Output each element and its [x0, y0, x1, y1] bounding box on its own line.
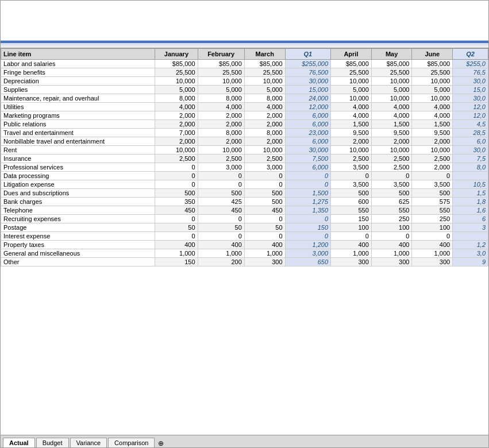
- row-cell: 6,000: [285, 163, 331, 172]
- row-cell: 2,000: [371, 137, 412, 146]
- row-cell: 2,000: [155, 120, 198, 129]
- row-cell: 10,5: [453, 180, 488, 189]
- row-cell: 25,500: [198, 68, 244, 77]
- row-cell: 30,0: [453, 146, 488, 155]
- row-cell: 3,500: [412, 180, 453, 189]
- row-cell: 3,000: [285, 249, 331, 258]
- table-row: Other1502003006503003003009: [1, 258, 488, 267]
- row-cell: 6,000: [285, 120, 331, 129]
- row-cell: 9,500: [331, 129, 372, 137]
- row-cell: 10,000: [331, 77, 372, 86]
- row-cell: 6,000: [285, 111, 331, 120]
- row-cell: 10,000: [331, 146, 372, 155]
- row-cell: 250: [371, 215, 412, 223]
- row-cell: 0: [285, 232, 331, 241]
- row-cell: 0: [412, 232, 453, 241]
- table-row: Supplies5,0005,0005,00015,0005,0005,0005…: [1, 86, 488, 94]
- row-cell: 1,500: [371, 120, 412, 129]
- row-cell: 2,500: [244, 155, 285, 163]
- header-area: [1, 1, 488, 41]
- row-cell: 5,000: [331, 86, 372, 94]
- row-cell: 0: [285, 180, 331, 189]
- row-cell: 100: [371, 223, 412, 232]
- row-cell: 50: [155, 223, 198, 232]
- table-wrapper: Line item January February March Q1 Apri…: [1, 48, 488, 435]
- row-cell: 7,5: [453, 155, 488, 163]
- col-april: April: [331, 49, 372, 60]
- table-row: Insurance2,5002,5002,5007,5002,5002,5002…: [1, 155, 488, 163]
- row-cell: 0: [371, 232, 412, 241]
- table-row: Utilities4,0004,0004,00012,0004,0004,000…: [1, 103, 488, 111]
- row-cell: 4,000: [412, 111, 453, 120]
- row-cell: 1,275: [285, 198, 331, 206]
- row-cell: 0: [244, 180, 285, 189]
- row-label: Maintenance, repair, and overhaul: [1, 94, 155, 103]
- table-row: Rent10,00010,00010,00030,00010,00010,000…: [1, 146, 488, 155]
- col-lineitem: Line item: [1, 49, 155, 60]
- col-february: February: [198, 49, 244, 60]
- row-cell: 3,500: [331, 180, 372, 189]
- row-label: Telephone: [1, 206, 155, 215]
- row-cell: 10,000: [155, 146, 198, 155]
- row-cell: 24,000: [285, 94, 331, 103]
- row-label: Depreciation: [1, 77, 155, 86]
- tab-budget[interactable]: Budget: [36, 438, 69, 447]
- row-cell: 25,500: [331, 68, 372, 77]
- row-cell: 400: [244, 241, 285, 249]
- row-cell: 1,000: [155, 249, 198, 258]
- col-june: June: [412, 49, 453, 60]
- row-cell: 10,000: [331, 94, 372, 103]
- row-label: Data processing: [1, 172, 155, 180]
- row-cell: 400: [331, 241, 372, 249]
- tab-variance[interactable]: Variance: [70, 438, 107, 447]
- row-cell: 3,500: [331, 163, 372, 172]
- table-row: Labor and salaries$85,000$85,000$85,000$…: [1, 60, 488, 68]
- row-cell: 1,6: [453, 206, 488, 215]
- tab-comparison[interactable]: Comparison: [108, 438, 155, 447]
- row-cell: 15,000: [285, 86, 331, 94]
- tab-add-icon[interactable]: ⊕: [158, 439, 164, 447]
- row-cell: 0: [155, 163, 198, 172]
- row-cell: 250: [412, 215, 453, 223]
- row-label: Travel and entertainment: [1, 129, 155, 137]
- row-cell: $85,000: [331, 60, 372, 68]
- row-cell: 2,500: [412, 155, 453, 163]
- legend-formula: [1, 45, 488, 48]
- table-row: Property taxes4004004001,2004004004001,2: [1, 241, 488, 249]
- row-cell: 5,000: [198, 86, 244, 94]
- row-cell: 300: [371, 258, 412, 267]
- row-cell: 25,500: [155, 68, 198, 77]
- row-cell: 10,000: [371, 94, 412, 103]
- row-cell: 0: [155, 232, 198, 241]
- row-cell: 4,5: [453, 120, 488, 129]
- row-label: Interest expense: [1, 232, 155, 241]
- legend-area: [1, 41, 488, 48]
- tab-actual[interactable]: Actual: [3, 438, 35, 447]
- row-cell: 2,000: [198, 137, 244, 146]
- row-label: General and miscellaneous: [1, 249, 155, 258]
- row-cell: 100: [331, 223, 372, 232]
- row-label: Supplies: [1, 86, 155, 94]
- row-cell: 23,000: [285, 129, 331, 137]
- row-cell: 500: [244, 198, 285, 206]
- row-cell: 3,500: [371, 180, 412, 189]
- row-label: Labor and salaries: [1, 60, 155, 68]
- row-cell: 1,500: [412, 120, 453, 129]
- row-cell: 500: [244, 189, 285, 198]
- col-q1: Q1: [285, 49, 331, 60]
- row-cell: 4,000: [198, 103, 244, 111]
- row-cell: 300: [412, 258, 453, 267]
- table-row: Postage5050501501001001003: [1, 223, 488, 232]
- row-cell: 2,000: [155, 137, 198, 146]
- row-cell: 4,000: [244, 103, 285, 111]
- row-cell: 3,0: [453, 249, 488, 258]
- row-cell: 4,000: [371, 103, 412, 111]
- row-cell: 150: [331, 215, 372, 223]
- col-q2: Q2: [453, 49, 488, 60]
- row-cell: 5,000: [371, 86, 412, 94]
- row-cell: 2,000: [412, 137, 453, 146]
- row-cell: 9: [453, 258, 488, 267]
- row-cell: 76,5: [453, 68, 488, 77]
- row-cell: 8,000: [244, 94, 285, 103]
- row-cell: 0: [285, 215, 331, 223]
